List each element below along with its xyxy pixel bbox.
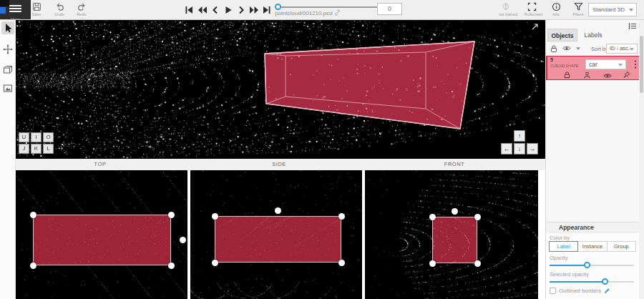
lock-all-icon[interactable] [550, 44, 558, 53]
panel-toggle-icon[interactable] [628, 22, 637, 30]
frame-number-input[interactable]: 0 [377, 3, 402, 15]
info-button[interactable]: Info [549, 2, 563, 16]
resize-handle[interactable] [212, 260, 218, 266]
frame-slider[interactable] [275, 6, 386, 8]
side-projection-view[interactable] [190, 170, 362, 299]
object-lock-icon[interactable] [563, 71, 571, 79]
panel-scrollbar[interactable] [639, 20, 644, 299]
filters-button[interactable]: Filters [571, 2, 585, 16]
resize-handle[interactable] [30, 263, 36, 269]
resize-handle[interactable] [338, 213, 345, 220]
resize-handle[interactable] [212, 213, 218, 220]
corner-decoration [0, 0, 9, 6]
rotate-handle[interactable] [180, 237, 186, 243]
edge-badge [0, 7, 6, 14]
left-toolbar [0, 20, 16, 299]
nav-down-button[interactable]: ↓ [514, 143, 525, 155]
nav-left-button[interactable]: ← [501, 143, 512, 155]
view-mode-select[interactable]: Standard 3D [588, 3, 637, 16]
cuboid-face[interactable] [265, 41, 474, 129]
frame-tool-icon [3, 84, 13, 93]
hamburger-icon [9, 4, 21, 14]
top-view-label: TOP [94, 161, 107, 167]
play-button[interactable] [224, 4, 234, 14]
tool-select[interactable] [1, 21, 14, 34]
outlined-borders-checkbox[interactable] [550, 288, 556, 294]
undo-button[interactable]: Undo [52, 2, 67, 16]
main-3d-viewport[interactable]: U I O J K L ↑ ← ↓ → [16, 20, 545, 159]
hotkey-o[interactable]: O [43, 132, 54, 142]
object-assignee-icon[interactable] [583, 71, 591, 79]
chevron-down-icon [630, 48, 634, 51]
edit-pencil-icon[interactable] [604, 288, 610, 294]
color-by-group-button[interactable]: Group [607, 241, 636, 252]
object-menu-icon[interactable] [634, 59, 637, 69]
tab-objects[interactable]: Objects [547, 29, 577, 41]
cuboid-annotation[interactable] [16, 20, 545, 159]
info-icon [552, 2, 561, 11]
front-view-label: FRONT [444, 161, 464, 167]
resize-handle[interactable] [429, 214, 436, 220]
appearance-header[interactable]: Appearance [546, 222, 640, 232]
opacity-label: Opacity [550, 255, 567, 261]
tool-pan[interactable] [1, 43, 14, 56]
resize-handle[interactable] [474, 214, 481, 220]
expand-all-icon[interactable] [576, 47, 580, 50]
object-visibility-icon[interactable] [603, 72, 612, 79]
resize-handle[interactable] [429, 260, 436, 267]
rotate-handle[interactable] [452, 208, 458, 215]
objects-panel: Objects Labels Sort by ID - asc... 5 CUB… [545, 20, 639, 299]
selected-opacity-slider[interactable] [550, 278, 634, 285]
resize-handle[interactable] [30, 212, 36, 218]
hotkey-u[interactable]: U [19, 132, 29, 142]
opacity-slider-handle[interactable] [584, 262, 590, 268]
fast-backward-button[interactable] [197, 4, 208, 14]
previous-frame-button[interactable] [211, 4, 221, 14]
hotkey-j[interactable]: J [19, 144, 29, 154]
tool-frame[interactable] [1, 82, 14, 94]
redo-button[interactable]: Redo [74, 2, 89, 16]
top-view-canvas[interactable] [16, 170, 187, 299]
skip-first-button[interactable] [185, 4, 195, 14]
outlined-borders-label: Outlined borders [559, 288, 601, 294]
selected-opacity-slider-handle[interactable] [602, 278, 608, 285]
opacity-slider[interactable] [550, 262, 634, 268]
front-projection-view[interactable] [365, 170, 538, 299]
nav-up-button[interactable]: ↑ [514, 130, 525, 142]
save-button[interactable]: Save [29, 2, 44, 16]
resize-handle[interactable] [168, 263, 175, 269]
undo-icon [55, 2, 64, 11]
filename-label: pointcloud/001210.pcd [250, 9, 365, 16]
resize-handle[interactable] [338, 260, 345, 266]
top-projection-view[interactable] [16, 170, 187, 299]
fullscreen-button[interactable]: Fullscreen [525, 2, 539, 16]
expand-view-icon[interactable] [530, 22, 539, 31]
hotkey-k[interactable]: K [31, 144, 42, 154]
side-view-canvas[interactable] [190, 170, 362, 299]
tool-cuboid[interactable] [1, 63, 14, 76]
resize-handle[interactable] [474, 260, 481, 267]
top-toolbar: View Save Undo [0, 0, 644, 20]
color-by-label-button[interactable]: Label [549, 241, 578, 252]
outlined-borders-row[interactable]: Outlined borders [550, 288, 610, 294]
class-select[interactable]: car [585, 59, 626, 69]
object-row-selected[interactable]: 5 CUBOID SHAPE car [546, 56, 640, 80]
visibility-all-icon[interactable] [562, 45, 571, 52]
fullscreen-icon [527, 2, 537, 11]
next-frame-button[interactable] [237, 4, 247, 14]
tab-labels[interactable]: Labels [580, 29, 606, 41]
resize-handle[interactable] [168, 212, 175, 218]
projection-labels-strip: TOP SIDE FRONT [16, 159, 545, 170]
rotate-handle[interactable] [275, 207, 281, 214]
color-by-instance-button[interactable]: Instance [577, 241, 607, 252]
scrollbar-thumb[interactable] [640, 36, 643, 93]
sort-select[interactable]: ID - asc... [606, 44, 638, 54]
object-pin-icon[interactable] [623, 71, 630, 79]
object-id: 5 [550, 57, 553, 62]
ai-assist-button[interactable]: not trained [499, 2, 513, 16]
front-view-canvas[interactable] [365, 170, 538, 299]
chevron-down-icon [618, 64, 623, 67]
hotkey-l[interactable]: L [43, 144, 54, 154]
hotkey-i[interactable]: I [31, 132, 42, 142]
nav-right-button[interactable]: → [527, 143, 538, 155]
